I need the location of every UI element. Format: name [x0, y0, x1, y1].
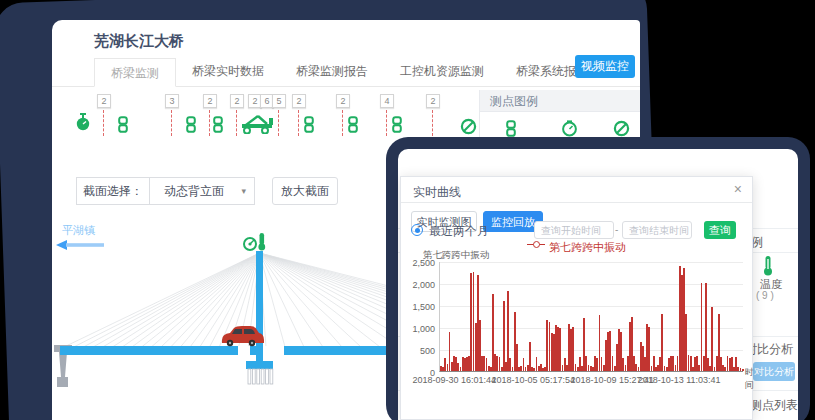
chevron-down-icon: ▾ [241, 178, 246, 204]
sensor-count-badge: 2 [336, 94, 350, 108]
bar [742, 369, 744, 371]
link-sensor-icon[interactable] [186, 116, 196, 137]
recent-two-months-label: 最近两个月 [429, 223, 489, 240]
recent-two-months-radio[interactable] [411, 224, 423, 236]
sensor-count-badge: 2 [230, 94, 244, 108]
legend-label: 第七跨跨中振动 [549, 241, 626, 253]
sensor-marker-line [278, 110, 279, 136]
gridline [440, 284, 743, 285]
sensor-count-badge: 2 [292, 94, 306, 108]
temperature-count: ( 9 ) [756, 290, 774, 301]
legend-marker-icon [527, 244, 545, 249]
gantry-vehicle-icon[interactable] [240, 114, 276, 138]
sensor-marker-line [342, 110, 343, 136]
x-tick-label: 2018-10-05 05:17:54 [491, 375, 575, 385]
section-select-value: 动态背立面 [164, 184, 224, 198]
pier-piles [248, 369, 273, 384]
y-tick-label: 1,500 [403, 302, 435, 312]
gridline [440, 350, 743, 351]
link-sensor-icon[interactable] [304, 116, 314, 137]
sensor-marker-line [209, 110, 210, 136]
legend-panel-title: 测点图例 [480, 90, 640, 112]
link-sensor-icon[interactable] [118, 116, 128, 137]
link-sensor-icon[interactable] [392, 116, 402, 137]
sensor-marker-line [236, 110, 237, 136]
bar [711, 307, 713, 371]
tab-bridge-monitor[interactable]: 桥梁监测 [94, 58, 176, 87]
tab-bridge-realtime-data[interactable]: 桥梁实时数据 [176, 57, 280, 86]
sensor-marker-line [298, 110, 299, 136]
query-start-time-input[interactable] [534, 221, 614, 239]
link-sensor-icon[interactable] [348, 116, 358, 137]
sensor-count-badge: 4 [380, 94, 394, 108]
wind-sensor-icon [244, 238, 256, 250]
tab-bridge-monitor-report[interactable]: 桥梁监测报告 [280, 57, 384, 86]
thermometer-icon [258, 233, 265, 250]
sensor-count-badge: 2 [203, 94, 217, 108]
section-select-dropdown[interactable]: 动态背立面 ▾ [149, 177, 255, 205]
sensor-count-badge: 2 [426, 94, 440, 108]
x-tick-label: 2018-09-30 16:01:44 [412, 375, 496, 385]
main-tabbar: 桥梁监测 桥梁实时数据 桥梁监测报告 工控机资源监测 桥梁系统报警 [52, 58, 640, 87]
y-tick-label: 1,000 [403, 324, 435, 334]
bar [503, 301, 505, 371]
y-tick-label: 2,000 [403, 280, 435, 290]
query-end-time-input[interactable] [622, 221, 692, 239]
pier-crossbeam [246, 361, 273, 369]
close-icon[interactable]: × [734, 181, 742, 197]
modal-header: 实时曲线 × [401, 177, 752, 203]
query-button[interactable]: 查询 [704, 221, 736, 239]
compare-analysis-button[interactable]: 对比分析 [753, 362, 795, 381]
page-title: 芜湖长江大桥 [94, 32, 184, 51]
sensor-marker-line [103, 110, 104, 136]
sensor-marker-line [386, 110, 387, 136]
sensor-marker-line [432, 110, 433, 136]
stopwatch-icon[interactable] [74, 112, 92, 136]
bar [648, 327, 650, 371]
no-entry-icon[interactable] [460, 118, 477, 139]
gridline [440, 306, 743, 307]
y-tick-label: 500 [403, 346, 435, 356]
realtime-curve-modal: 实时曲线 × 实时监测图 监控回放 最近两个月 - 查询 第七跨跨中振动 第七跨… [400, 176, 753, 420]
bridge-tower [256, 251, 263, 361]
sensor-count-badge: 2 [97, 94, 111, 108]
deck-joint [238, 346, 250, 355]
video-monitor-button[interactable]: 视频监控 [575, 55, 635, 78]
gridline [440, 262, 743, 263]
sensor-marker-line [171, 110, 172, 136]
x-axis-title: 时间 [745, 366, 754, 392]
zoom-section-button[interactable]: 放大截面 [272, 177, 338, 205]
section-select-label: 截面选择： [76, 177, 150, 205]
date-range-separator: - [615, 224, 618, 235]
sensor-count-badge: 3 [165, 94, 179, 108]
sensor-count-badge: 5 [272, 94, 286, 108]
tab-ipc-resource-monitor[interactable]: 工控机资源监测 [384, 57, 500, 86]
deck-joint [263, 346, 284, 355]
bar [661, 314, 663, 371]
vibration-chart[interactable] [439, 262, 743, 372]
gridline [440, 328, 743, 329]
modal-title: 实时曲线 [413, 184, 461, 201]
x-tick-label: 2018-10-13 11:03:41 [638, 375, 721, 385]
link-sensor-icon[interactable] [213, 116, 223, 137]
y-tick-label: 2,500 [403, 258, 435, 268]
